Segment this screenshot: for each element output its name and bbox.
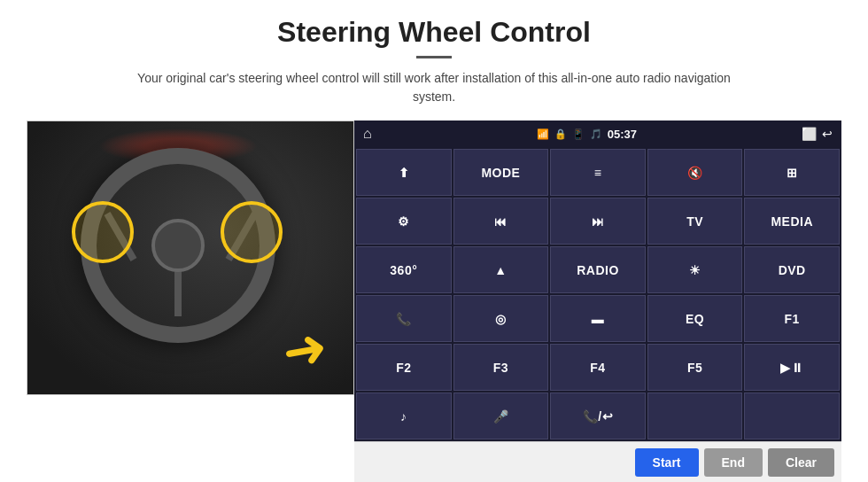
steering-wheel-image: ➜ [27,120,354,395]
grid-button-r4c2[interactable]: ◎ [453,295,549,342]
grid-button-r2c1[interactable]: ⚙ [356,198,452,245]
grid-button-r5c2[interactable]: F3 [453,344,549,391]
grid-button-r1c5[interactable]: ⊞ [744,149,840,196]
yellow-arrow: ➜ [278,320,331,380]
wheel-center [151,219,205,272]
window-icon[interactable]: ⬜ [802,127,817,141]
grid-button-r1c2[interactable]: MODE [453,149,549,196]
grid-button-r3c3[interactable]: RADIO [550,246,646,293]
status-time: 05:37 [608,128,637,141]
grid-button-r3c1[interactable]: 360° [356,246,452,293]
end-button[interactable]: End [704,448,763,477]
spoke-bottom [174,268,182,316]
yellow-circle-right [221,201,283,263]
grid-button-r4c5[interactable]: F1 [744,295,840,342]
status-icons: 📶 🔒 📱 🎵 05:37 [537,128,637,141]
grid-button-r6c4[interactable] [647,393,743,439]
clear-button[interactable]: Clear [768,448,834,477]
lock-icon: 🔒 [554,128,567,140]
grid-button-r6c3[interactable]: 📞/↩ [550,393,646,439]
grid-button-r5c3[interactable]: F4 [550,344,646,391]
page-title: Steering Wheel Control [277,16,591,49]
grid-button-r2c5[interactable]: MEDIA [744,198,840,245]
grid-button-r3c5[interactable]: DVD [744,246,840,293]
bluetooth-icon: 🎵 [590,128,602,140]
start-button[interactable]: Start [635,448,699,477]
grid-button-r6c5[interactable] [744,393,840,439]
grid-button-r5c1[interactable]: F2 [356,344,452,391]
status-right-icons: ⬜ ↩ [802,127,833,141]
grid-button-r5c5[interactable]: ▶⏸ [744,344,840,391]
grid-button-r3c2[interactable]: ▲ [453,246,549,293]
grid-button-r6c2[interactable]: 🎤 [453,393,549,439]
content-row: ➜ ⌂ 📶 🔒 📱 🎵 05:37 ⬜ ↩ [27,120,841,482]
steering-bg: ➜ [27,121,353,394]
yellow-circle-left [72,201,134,263]
grid-button-r6c1[interactable]: ♪ [356,393,452,439]
grid-button-r2c2[interactable]: ⏮ [453,198,549,245]
title-divider [416,56,452,58]
button-grid: ⬆MODE≡🔇⊞⚙⏮⏭TVMEDIA360°▲RADIO☀DVD📞◎▬EQF1F… [354,147,841,441]
grid-button-r1c4[interactable]: 🔇 [647,149,743,196]
grid-button-r4c4[interactable]: EQ [647,295,743,342]
action-bar: Start End Clear [354,441,841,482]
grid-button-r2c3[interactable]: ⏭ [550,198,646,245]
grid-button-r4c1[interactable]: 📞 [356,295,452,342]
grid-button-r2c4[interactable]: TV [647,198,743,245]
grid-button-r1c1[interactable]: ⬆ [356,149,452,196]
grid-button-r1c3[interactable]: ≡ [550,149,646,196]
sim-icon: 📱 [572,128,585,140]
grid-button-r4c3[interactable]: ▬ [550,295,646,342]
status-bar: ⌂ 📶 🔒 📱 🎵 05:37 ⬜ ↩ [354,120,841,147]
page-container: Steering Wheel Control Your original car… [0,0,868,482]
page-subtitle: Your original car's steering wheel contr… [124,69,744,106]
grid-button-r3c4[interactable]: ☀ [647,246,743,293]
grid-button-r5c4[interactable]: F5 [647,344,743,391]
control-panel: ⌂ 📶 🔒 📱 🎵 05:37 ⬜ ↩ ⬆MODE≡🔇⊞⚙⏮⏭TVMEDIA36… [354,120,841,482]
back-icon[interactable]: ↩ [822,127,833,141]
wifi-icon: 📶 [537,128,549,140]
home-icon[interactable]: ⌂ [363,126,372,142]
